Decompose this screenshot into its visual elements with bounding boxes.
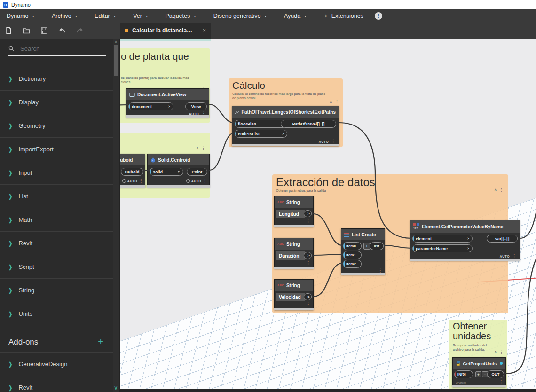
node-menu-icon[interactable]: ⋮	[203, 179, 207, 183]
sidebar-item-addons-revit[interactable]: ❯Revit	[0, 376, 113, 392]
input-port-item1[interactable]: item1	[343, 251, 362, 259]
node-string-duracion[interactable]: ABC String Duración > ⋮	[274, 238, 314, 269]
sidebar-item-math[interactable]: ❯Math	[0, 208, 113, 231]
collapse-group-icon[interactable]: ∧	[494, 188, 497, 192]
output-port-string[interactable]: >	[304, 210, 312, 217]
lacing-auto-label[interactable]: AUTO	[191, 180, 201, 183]
collapse-group-icon[interactable]: ∧	[329, 99, 332, 104]
node-string-longitud[interactable]: ABC String Longitud > ⋮	[274, 196, 314, 227]
node-solid-centroid[interactable]: Solid.Centroid solid > Point AUTO ⋮	[147, 154, 210, 188]
output-port-var[interactable]: var[]..[]	[487, 235, 518, 243]
sidebar-item-display[interactable]: ❯Display	[0, 90, 113, 114]
collapse-group-icon[interactable]: ∧	[196, 146, 199, 150]
scroll-down-icon[interactable]: ∨	[113, 384, 119, 391]
redo-icon[interactable]	[76, 27, 84, 34]
node-header[interactable]: ABC String	[275, 280, 313, 291]
input-port-parametername[interactable]: parameterName >	[412, 244, 473, 252]
menu-ver[interactable]: Ver▼	[133, 13, 148, 19]
tab-close-icon[interactable]: ×	[203, 27, 206, 34]
node-getparametervaluebyname[interactable]: 123 Element.GetParameterValueByName elem…	[410, 220, 520, 261]
sidebar-item-units[interactable]: ❯Units	[0, 302, 113, 325]
input-port-item0[interactable]: item0	[343, 242, 362, 250]
graph-canvas[interactable]: o de planta que de plano de planta) para…	[119, 39, 536, 392]
input-port-in0[interactable]: IN[0]	[454, 370, 473, 378]
preview-eye-icon[interactable]	[186, 179, 190, 183]
input-port-element[interactable]: element >	[412, 235, 473, 243]
group-menu-icon[interactable]: ⋮	[335, 99, 339, 104]
output-port-pathoftravel[interactable]: PathOfTravel[]..[]	[281, 120, 336, 128]
sidebar-item-importexport[interactable]: ❯ImportExport	[0, 137, 113, 161]
sidebar-scrollbar[interactable]: ∧ ∨	[113, 39, 119, 392]
node-header[interactable]: Solid.Centroid	[148, 154, 209, 165]
sidebar-item-revit[interactable]: ❯Revit	[0, 231, 113, 255]
output-port-list[interactable]: list	[370, 242, 384, 250]
group-menu-icon[interactable]: ⋮	[499, 188, 504, 192]
open-folder-icon[interactable]	[23, 27, 30, 34]
menu-ayuda[interactable]: Ayuda▼	[284, 13, 307, 19]
sidebar-item-list[interactable]: ❯List	[0, 184, 113, 208]
preview-eye-icon[interactable]	[122, 179, 126, 183]
lacing-auto-label[interactable]: AUTO	[500, 255, 510, 258]
node-header[interactable]: Cuboid	[119, 154, 145, 165]
node-menu-icon[interactable]: ⋮	[331, 139, 336, 144]
group-menu-icon[interactable]: ⋮	[201, 146, 205, 150]
node-header[interactable]: List Create	[341, 229, 385, 240]
notifications-icon[interactable]: !	[375, 12, 382, 20]
sidebar-item-script[interactable]: ❯Script	[0, 255, 113, 278]
collapse-group-icon[interactable]: ∧	[494, 350, 497, 354]
scrollbar-thumb[interactable]	[114, 45, 118, 76]
add-input-button[interactable]: +	[363, 243, 370, 250]
node-header[interactable]: Document.ActiveView	[126, 89, 209, 100]
input-port-item2[interactable]: item2	[343, 260, 362, 268]
node-header[interactable]: 123 Element.GetParameterValueByName	[410, 220, 520, 233]
menu-editar[interactable]: Editar▼	[95, 13, 116, 19]
input-port-floorplan[interactable]: floorPlan >	[235, 120, 287, 128]
output-port-string[interactable]: >	[304, 293, 312, 300]
node-menu-icon[interactable]: ⋮	[306, 219, 311, 224]
library-search[interactable]	[8, 41, 106, 56]
string-value-field[interactable]: Duración	[276, 251, 305, 260]
node-header[interactable]: PathOfTravel.LongestOfShortestExitPaths	[232, 106, 339, 118]
sidebar-item-dictionary[interactable]: ❯Dictionary	[0, 67, 113, 90]
node-document-activeview[interactable]: Document.ActiveView document > View AUTO…	[126, 88, 209, 118]
sidebar-item-geometry[interactable]: ❯Geometry	[0, 114, 113, 137]
menu-dynamo[interactable]: Dynamo▼	[7, 13, 35, 19]
new-file-icon[interactable]	[5, 27, 12, 34]
node-menu-icon[interactable]: ⋮	[139, 179, 143, 183]
node-menu-icon[interactable]: ⋮	[512, 254, 517, 259]
node-menu-icon[interactable]: ⋮	[499, 380, 504, 384]
sidebar-canvas-divider[interactable]	[119, 39, 120, 392]
input-port-endptslist[interactable]: endPtsList >	[235, 130, 287, 138]
input-port-solid[interactable]: solid >	[150, 168, 183, 176]
lacing-auto-label[interactable]: AUTO	[319, 140, 329, 143]
node-menu-icon[interactable]: ⋮	[378, 268, 383, 273]
node-header[interactable]: ABC String	[275, 238, 313, 250]
node-string-velocidad[interactable]: ABC String Velocidad > ⋮	[274, 279, 314, 310]
string-value-field[interactable]: Longitud	[276, 210, 305, 218]
tab-calcular-la-distancia[interactable]: Calcular la distancia… ×	[120, 23, 211, 39]
sidebar-item-generativedesign[interactable]: ❯GenerativeDesign	[0, 352, 113, 376]
add-package-plus-icon[interactable]: +	[98, 337, 103, 347]
menu-diseno-generativo[interactable]: Diseño generativo▼	[213, 13, 267, 19]
node-header[interactable]: GetProjectUnits	[453, 358, 505, 369]
group-menu-icon[interactable]: ⋮	[499, 350, 504, 354]
string-value-field[interactable]: Velocidad	[276, 293, 305, 301]
search-input[interactable]	[19, 45, 92, 53]
node-pathoftravel[interactable]: PathOfTravel.LongestOfShortestExitPaths …	[232, 106, 339, 146]
node-getprojectunits[interactable]: GetProjectUnits IN[0] + − OUT CPython3 ⋮	[452, 357, 506, 387]
node-header[interactable]: ABC String	[275, 196, 313, 208]
output-port-out[interactable]: OUT	[487, 370, 504, 378]
input-port-document[interactable]: document >	[128, 102, 173, 110]
scroll-up-icon[interactable]: ∧	[113, 39, 119, 44]
output-port-point[interactable]: Point	[187, 168, 207, 176]
menu-extensiones[interactable]: ✧ Extensiones	[324, 13, 363, 19]
menu-archivo[interactable]: Archivo▼	[52, 13, 78, 19]
sidebar-item-string[interactable]: ❯String	[0, 278, 113, 302]
node-menu-icon[interactable]: ⋮	[306, 302, 311, 307]
node-menu-icon[interactable]: ⋮	[306, 261, 311, 266]
menu-paquetes[interactable]: Paquetes▼	[165, 13, 196, 19]
save-icon[interactable]	[40, 27, 48, 34]
output-port-string[interactable]: >	[304, 252, 312, 259]
output-port-cuboid[interactable]: Cuboid	[121, 168, 143, 176]
undo-icon[interactable]	[58, 27, 66, 34]
